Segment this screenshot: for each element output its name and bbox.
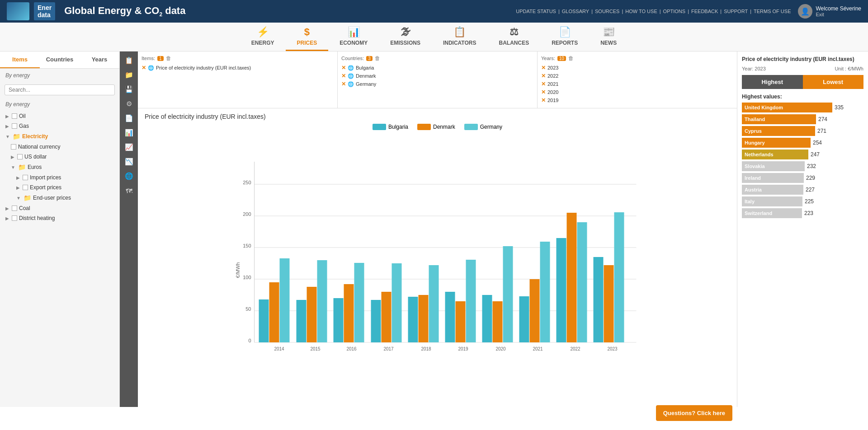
delete-items-icon[interactable]: 🗑 <box>166 55 171 61</box>
remove-denmark-btn[interactable]: ✕ <box>341 73 346 79</box>
user-exit[interactable]: Exit <box>816 12 862 17</box>
nav-terms[interactable]: TERMS OF USE <box>754 9 791 14</box>
checkbox-district-heating[interactable] <box>12 215 17 221</box>
delete-years-icon[interactable]: 🗑 <box>568 55 574 61</box>
svg-rect-31 <box>419 295 429 342</box>
tree-item-end-user-prices[interactable]: ▼ 📁 End-user prices <box>0 192 119 203</box>
filter-year-2021: ✕ 2021 <box>541 80 733 88</box>
prices-icon: $ <box>304 26 310 38</box>
remove-2021-btn[interactable]: ✕ <box>541 81 546 87</box>
toolbar-btn-10[interactable]: 🗺 <box>121 184 137 197</box>
sidebar-tab-items[interactable]: Items <box>0 51 40 68</box>
toolbar-btn-2[interactable]: 📁 <box>121 68 137 82</box>
checkbox-national-currency[interactable] <box>11 144 16 150</box>
remove-2023-btn[interactable]: ✕ <box>541 65 546 71</box>
svg-rect-44 <box>540 242 550 342</box>
toolbar-btn-9[interactable]: 🌐 <box>121 169 137 183</box>
svg-rect-18 <box>297 300 307 342</box>
tab-balances[interactable]: ⚖ BALANCES <box>487 23 540 51</box>
rank-value: 225 <box>805 198 818 205</box>
svg-text:150: 150 <box>243 243 251 248</box>
year-2019: 2019 <box>547 98 558 103</box>
balances-icon: ⚖ <box>509 26 519 38</box>
remove-2022-btn[interactable]: ✕ <box>541 73 546 79</box>
sidebar-tabs: Items Countries Years <box>0 51 119 69</box>
sidebar-tab-countries[interactable]: Countries <box>40 51 80 68</box>
nav-glossary[interactable]: GLOSSARY <box>562 9 589 14</box>
svg-rect-20 <box>317 260 327 342</box>
toolbar-btn-8[interactable]: 📉 <box>121 155 137 168</box>
remove-germany-btn[interactable]: ✕ <box>341 81 346 87</box>
nav-support[interactable]: SUPPORT <box>724 9 748 14</box>
toolbar-btn-7[interactable]: 📈 <box>121 140 137 154</box>
tab-economy[interactable]: 📊 ECONOMY <box>328 23 379 51</box>
tree-item-gas[interactable]: ▶ Gas <box>0 121 119 131</box>
rank-item: Slovakia 232 <box>742 161 863 171</box>
tree-item-electricity[interactable]: ▼ 📁 Electricity <box>0 131 119 142</box>
remove-2020-btn[interactable]: ✕ <box>541 89 546 95</box>
toolbar-btn-5[interactable]: 📄 <box>121 112 137 125</box>
checkbox-oil[interactable] <box>12 113 17 119</box>
news-icon: 📰 <box>603 26 615 38</box>
svg-text:50: 50 <box>245 306 251 312</box>
tree-label-district-heating: District heating <box>19 215 55 221</box>
tree-item-oil[interactable]: ▶ Oil <box>0 111 119 121</box>
tab-energy[interactable]: ⚡ ENERGY <box>240 23 286 51</box>
rank-bar-container: Netherlands 247 <box>742 150 863 159</box>
tab-indicators[interactable]: 📋 INDICATORS <box>432 23 488 51</box>
legend-bulgaria: Bulgaria <box>373 124 408 130</box>
questions-button[interactable]: Questions? Click here <box>656 405 732 407</box>
sidebar-tab-years[interactable]: Years <box>80 51 119 68</box>
tree-item-euros[interactable]: ▼ 📁 Euros <box>0 162 119 173</box>
lowest-button[interactable]: Lowest <box>803 75 864 89</box>
highest-button[interactable]: Highest <box>742 75 803 89</box>
nav-options[interactable]: OPTIONS <box>663 9 686 14</box>
legend-germany: Germany <box>464 124 502 130</box>
nav-update-status[interactable]: UPDATE STATUS <box>516 9 556 14</box>
tab-prices[interactable]: $ PRICES <box>286 23 329 51</box>
remove-item-btn[interactable]: ✕ <box>142 65 146 71</box>
checkbox-coal[interactable] <box>12 206 17 211</box>
tree-item-us-dollar[interactable]: ▶ US dollar <box>0 152 119 162</box>
remove-2019-btn[interactable]: ✕ <box>541 97 546 103</box>
svg-text:2015: 2015 <box>310 346 321 351</box>
toolbar-btn-3[interactable]: 💾 <box>121 83 137 96</box>
svg-text:2016: 2016 <box>346 346 357 351</box>
avatar[interactable]: 👤 <box>798 4 812 19</box>
rank-item: Italy 225 <box>742 196 863 206</box>
svg-text:250: 250 <box>243 180 251 185</box>
toolbar-btn-4[interactable]: ⚙ <box>121 97 137 111</box>
legend-denmark: Denmark <box>417 124 455 130</box>
svg-rect-34 <box>445 292 455 342</box>
checkbox-us-dollar[interactable] <box>17 154 23 159</box>
tab-reports[interactable]: 📄 REPORTS <box>540 23 589 51</box>
tab-emissions[interactable]: 🌫 EMISSIONS <box>379 23 432 51</box>
nav-how-to-use[interactable]: HOW TO USE <box>625 9 657 14</box>
tree-item-national-currency[interactable]: National currency <box>0 142 119 152</box>
toolbar-btn-1[interactable]: 📋 <box>121 54 137 67</box>
rank-bar-container: Switzerland 223 <box>742 208 863 218</box>
nav-sources[interactable]: SOURCES <box>595 9 619 14</box>
tree-item-import-prices[interactable]: ▶ Import prices <box>0 173 119 182</box>
search-input[interactable] <box>5 84 115 95</box>
svg-rect-28 <box>392 263 402 342</box>
svg-text:2018: 2018 <box>421 346 431 351</box>
legend-color-germany <box>464 124 478 130</box>
tab-news[interactable]: 📰 NEWS <box>589 23 628 51</box>
checkbox-gas[interactable] <box>12 123 17 129</box>
tree-item-coal[interactable]: ▶ Coal <box>0 203 119 213</box>
svg-text:2021: 2021 <box>533 346 543 351</box>
year-label: Year: 2023 <box>742 66 766 71</box>
arrow-icon: ▶ <box>16 185 20 190</box>
right-panel: Price of electricity industry (EUR incl.… <box>737 51 868 407</box>
checkbox-export-prices[interactable] <box>23 185 28 190</box>
checkbox-import-prices[interactable] <box>23 175 28 180</box>
tree-item-district-heating[interactable]: ▶ District heating <box>0 213 119 223</box>
filter-items-label: Items: 1 🗑 <box>142 55 334 61</box>
remove-bulgaria-btn[interactable]: ✕ <box>341 65 346 71</box>
delete-countries-icon[interactable]: 🗑 <box>375 55 380 61</box>
toolbar-btn-6[interactable]: 📊 <box>121 126 137 140</box>
rank-item: Ireland 229 <box>742 173 863 183</box>
nav-feedback[interactable]: FEEDBACK <box>691 9 718 14</box>
tree-item-export-prices[interactable]: ▶ Export prices <box>0 182 119 192</box>
